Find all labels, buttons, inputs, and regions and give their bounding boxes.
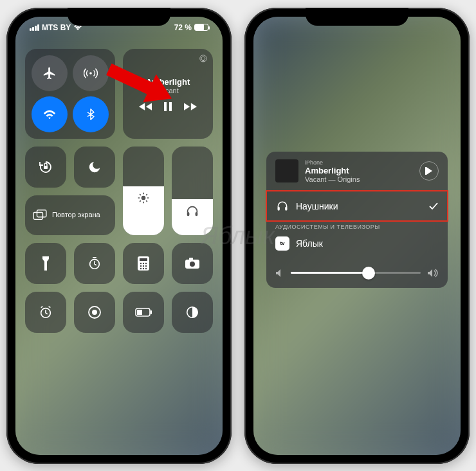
checkmark-icon (428, 201, 439, 211)
album-art (275, 159, 298, 182)
forward-button[interactable] (184, 102, 197, 111)
brightness-slider[interactable] (123, 147, 164, 235)
wifi-button[interactable] (32, 96, 68, 132)
screen-mirror-icon (33, 209, 47, 221)
source-label: iPhone (305, 159, 413, 166)
svg-point-6 (142, 195, 146, 200)
svg-rect-5 (44, 166, 48, 169)
svg-point-16 (145, 262, 147, 263)
now-playing-row[interactable]: iPhone Amberlight Vacant — Origins (266, 152, 448, 191)
svg-rect-8 (196, 212, 198, 216)
svg-rect-7 (187, 212, 190, 216)
phone-airplay-menu: iPhone Amberlight Vacant — Origins Наушн… (244, 8, 470, 464)
screen-mirroring-button[interactable]: Повтор экрана (25, 195, 115, 235)
output-appletv-row[interactable]: tv Яблык (266, 233, 448, 258)
screen-record-button[interactable] (74, 292, 115, 333)
phone-control-center: MTS BY 72 % (6, 8, 232, 464)
airplane-mode-button[interactable] (32, 55, 68, 91)
battery-pct: 72 % (174, 23, 192, 32)
svg-rect-34 (278, 206, 280, 210)
notch (68, 8, 170, 26)
svg-rect-35 (285, 206, 287, 210)
low-power-button[interactable] (123, 292, 164, 333)
volume-high-icon (427, 269, 439, 278)
calculator-button[interactable] (123, 243, 164, 284)
bluetooth-button[interactable] (73, 96, 109, 132)
svg-point-22 (145, 267, 147, 269)
appletv-label: Яблык (296, 238, 439, 249)
appletv-icon: tv (275, 236, 289, 251)
volume-knob[interactable] (362, 267, 375, 280)
screen-mirroring-label: Повтор экрана (52, 211, 100, 218)
dark-mode-button[interactable] (172, 292, 213, 333)
signal-icon (30, 24, 39, 31)
headphones-label: Наушники (296, 201, 422, 211)
airplay-icon[interactable] (199, 54, 208, 63)
svg-rect-10 (37, 209, 46, 217)
svg-rect-31 (137, 310, 142, 315)
brightness-icon (137, 191, 150, 204)
svg-point-0 (89, 72, 92, 75)
output-headphones-row[interactable]: Наушники (266, 191, 448, 221)
svg-rect-30 (151, 310, 152, 314)
headphones-icon (185, 204, 199, 218)
svg-rect-13 (140, 258, 147, 261)
svg-point-21 (143, 267, 144, 269)
svg-rect-9 (33, 212, 42, 219)
do-not-disturb-button[interactable] (74, 147, 115, 188)
volume-slider[interactable] (172, 147, 213, 235)
airplay-track-title: Amberlight (305, 166, 413, 175)
svg-point-28 (92, 310, 97, 315)
svg-point-19 (145, 265, 147, 266)
camera-button[interactable] (172, 243, 213, 284)
airplay-volume-slider[interactable] (266, 258, 448, 288)
battery-icon (194, 24, 208, 31)
airplay-section-header: АУДИОСИСТЕМЫ И ТЕЛЕВИЗОРЫ (266, 221, 448, 233)
volume-low-icon (275, 269, 284, 278)
svg-rect-33 (425, 167, 426, 175)
rotation-lock-button[interactable] (25, 147, 66, 188)
carrier-label: MTS BY (42, 23, 71, 32)
airplay-track-subtitle: Vacant — Origins (305, 175, 413, 183)
svg-point-18 (143, 265, 144, 266)
svg-rect-25 (189, 258, 193, 260)
airplay-panel: iPhone Amberlight Vacant — Origins Наушн… (266, 152, 448, 288)
svg-point-14 (140, 262, 142, 263)
flashlight-button[interactable] (25, 243, 66, 284)
svg-point-20 (140, 267, 142, 269)
timer-button[interactable] (74, 243, 115, 284)
play-pause-button[interactable] (419, 161, 439, 181)
svg-point-17 (140, 265, 142, 266)
svg-point-15 (143, 262, 144, 263)
svg-point-24 (190, 262, 195, 267)
alarm-button[interactable] (25, 292, 66, 333)
connectivity-tile[interactable] (25, 49, 115, 139)
notch (306, 8, 408, 26)
headphones-icon (275, 199, 289, 213)
